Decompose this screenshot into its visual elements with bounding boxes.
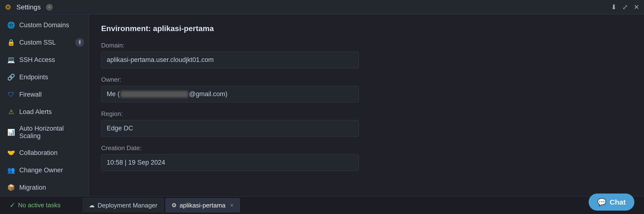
auto-scaling-icon: 📊 [7, 128, 16, 137]
sidebar-item-custom-ssl[interactable]: 🔒 Custom SSL ⬆ [0, 34, 89, 51]
creation-date-input[interactable] [101, 154, 359, 171]
owner-blurred-email [121, 91, 188, 98]
domain-input[interactable] [101, 52, 359, 68]
status-checkmark-icon: ✓ [10, 201, 15, 209]
sidebar-label-load-alerts: Load Alerts [19, 108, 52, 116]
sidebar-label-ssh-access: SSH Access [19, 56, 55, 64]
collaboration-icon: 🤝 [7, 148, 16, 157]
sidebar-item-auto-horizontal-scaling[interactable]: 📊 Auto Horizontal Scaling [0, 120, 89, 144]
sidebar-label-firewall: Firewall [19, 91, 42, 98]
domain-label: Domain: [101, 42, 632, 49]
region-input[interactable] [101, 120, 359, 137]
tab-aplikasi-pertama[interactable]: ⚙ aplikasi-pertama ✕ [166, 198, 240, 212]
sidebar-item-load-alerts[interactable]: ⚠ Load Alerts [0, 103, 89, 120]
region-field-group: Region: [101, 110, 632, 137]
sidebar-item-collaboration[interactable]: 🤝 Collaboration [0, 144, 89, 161]
sidebar-item-endpoints[interactable]: 🔗 Endpoints [0, 68, 89, 86]
load-alerts-icon: ⚠ [7, 107, 16, 116]
endpoints-icon: 🔗 [7, 73, 16, 81]
sidebar-label-endpoints: Endpoints [19, 74, 48, 81]
upload-ssl-button[interactable]: ⬆ [76, 38, 84, 47]
title-bar-left: ⚙ Settings × [5, 3, 611, 12]
sidebar-item-custom-domains[interactable]: 🌐 Custom Domains [0, 16, 89, 34]
migration-icon: 📦 [7, 183, 16, 192]
chat-button[interactable]: 💬 Chat [588, 193, 634, 211]
no-active-tasks-label: No active tasks [18, 201, 60, 209]
creation-date-label: Creation Date: [101, 144, 632, 152]
title-bar: ⚙ Settings × ⬇ ⤢ ✕ [0, 0, 644, 15]
aplikasi-pertama-tab-label: aplikasi-pertama [180, 202, 226, 209]
owner-suffix: @gmail.com) [189, 90, 227, 98]
aplikasi-pertama-tab-close-button[interactable]: ✕ [230, 202, 234, 208]
sidebar-item-change-owner[interactable]: 👥 Change Owner [0, 161, 89, 179]
owner-prefix: Me ( [107, 90, 120, 98]
settings-gear-icon: ⚙ [5, 3, 14, 12]
owner-label: Owner: [101, 76, 632, 83]
creation-date-field-group: Creation Date: [101, 144, 632, 171]
window-title: Settings [16, 3, 41, 11]
chat-icon: 💬 [597, 198, 606, 206]
change-owner-icon: 👥 [7, 166, 16, 174]
sidebar-label-change-owner: Change Owner [19, 166, 63, 174]
sidebar-item-firewall[interactable]: 🛡 Firewall [0, 86, 89, 103]
download-button[interactable]: ⬇ [611, 3, 616, 11]
region-label: Region: [101, 110, 632, 118]
custom-ssl-icon: 🔒 [7, 38, 16, 47]
firewall-icon: 🛡 [7, 90, 16, 99]
sidebar-item-migration[interactable]: 📦 Migration [0, 179, 89, 196]
tab-deployment-manager[interactable]: ☁ Deployment Manager [83, 198, 164, 212]
content-area: Environment: aplikasi-pertama Domain: Ow… [89, 15, 644, 196]
resize-button[interactable]: ⤢ [622, 3, 628, 11]
sidebar-label-custom-domains: Custom Domains [19, 22, 69, 29]
deployment-manager-tab-label: Deployment Manager [98, 202, 158, 209]
sidebar-item-ssh-access[interactable]: 💻 SSH Access [0, 51, 89, 68]
sidebar-label-collaboration: Collaboration [19, 149, 58, 157]
environment-title: Environment: aplikasi-pertama [101, 24, 632, 33]
owner-input: Me ( @gmail.com) [101, 86, 359, 102]
taskbar-status: ✓ No active tasks [5, 201, 82, 209]
sidebar-label-auto-horizontal-scaling: Auto Horizontal Scaling [19, 125, 82, 140]
title-actions: ⬇ ⤢ ✕ [611, 3, 639, 11]
custom-domains-icon: 🌐 [7, 21, 16, 29]
domain-field-group: Domain: [101, 42, 632, 68]
deployment-manager-tab-icon: ☁ [89, 202, 95, 209]
sidebar: 🌐 Custom Domains 🔒 Custom SSL ⬆ 💻 SSH Ac… [0, 15, 89, 196]
chat-label: Chat [610, 198, 626, 206]
close-button[interactable]: ✕ [634, 3, 639, 11]
aplikasi-pertama-tab-icon: ⚙ [172, 202, 177, 209]
taskbar: ✓ No active tasks ☁ Deployment Manager ⚙… [0, 196, 644, 214]
sidebar-label-migration: Migration [19, 184, 46, 191]
owner-field-group: Owner: Me ( @gmail.com) [101, 76, 632, 102]
main-container: 🌐 Custom Domains 🔒 Custom SSL ⬆ 💻 SSH Ac… [0, 15, 644, 196]
sidebar-label-custom-ssl: Custom SSL [19, 39, 56, 46]
close-tab-button[interactable]: × [46, 4, 53, 11]
ssh-access-icon: 💻 [7, 55, 16, 64]
